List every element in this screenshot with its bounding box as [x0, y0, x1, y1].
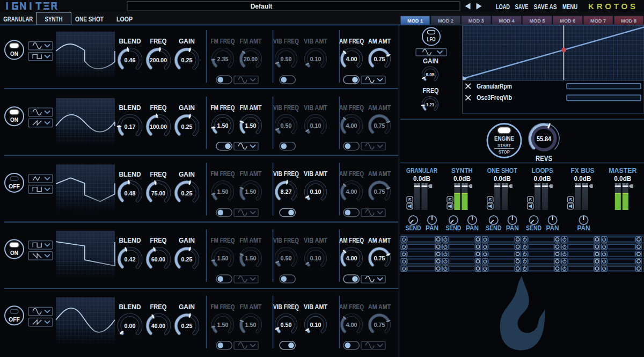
- svg-text:MOD 2: MOD 2: [438, 18, 453, 24]
- svg-text:1.50: 1.50: [245, 255, 257, 261]
- svg-text:KROTOS: KROTOS: [588, 2, 635, 11]
- svg-text:PAN: PAN: [546, 224, 559, 232]
- svg-text:AM FREQ: AM FREQ: [339, 303, 364, 311]
- svg-text:0.0dB: 0.0dB: [534, 175, 551, 183]
- svg-text:60.00: 60.00: [151, 256, 165, 263]
- svg-text:VIB FREQ: VIB FREQ: [273, 237, 299, 244]
- svg-text:Default: Default: [251, 3, 273, 10]
- svg-text:MOD 5: MOD 5: [529, 18, 545, 24]
- svg-text:0.42: 0.42: [125, 256, 136, 263]
- svg-text:0.10: 0.10: [310, 122, 321, 129]
- svg-text:FREQ: FREQ: [150, 37, 167, 45]
- svg-text:FM FREQ: FM FREQ: [211, 38, 235, 45]
- svg-text:PAN: PAN: [577, 224, 590, 232]
- svg-text:AM AMT: AM AMT: [368, 104, 391, 112]
- svg-text:OFF: OFF: [9, 183, 20, 190]
- svg-text:MOD 3: MOD 3: [469, 18, 484, 24]
- svg-text:4.00: 4.00: [346, 322, 357, 328]
- svg-text:FREQ: FREQ: [150, 303, 167, 311]
- svg-text:0.0dB: 0.0dB: [453, 175, 471, 183]
- svg-text:AM AMT: AM AMT: [368, 170, 391, 178]
- svg-text:FM AMT: FM AMT: [240, 303, 262, 311]
- svg-text:MOD 1: MOD 1: [407, 18, 423, 24]
- svg-text:1.50: 1.50: [245, 122, 257, 129]
- svg-text:VIB AMT: VIB AMT: [304, 170, 327, 178]
- svg-text:SYNTH: SYNTH: [451, 167, 473, 174]
- svg-text:0.17: 0.17: [125, 123, 136, 130]
- svg-text:0.10: 0.10: [310, 322, 321, 328]
- svg-text:AM FREQ: AM FREQ: [339, 38, 364, 45]
- svg-text:BLEND: BLEND: [119, 303, 141, 311]
- svg-text:GranularRpm: GranularRpm: [477, 83, 512, 90]
- svg-text:MOD 8: MOD 8: [621, 18, 636, 24]
- svg-text:FREQ: FREQ: [150, 170, 167, 178]
- svg-text:STOP: STOP: [499, 149, 510, 155]
- svg-text:VIB AMT: VIB AMT: [304, 303, 327, 311]
- svg-text:AM AMT: AM AMT: [368, 237, 391, 244]
- svg-text:S: S: [488, 196, 492, 202]
- svg-text:SEND: SEND: [486, 224, 501, 232]
- svg-text:GAIN: GAIN: [179, 37, 195, 45]
- svg-text:SEND: SEND: [445, 224, 461, 232]
- svg-text:FREQ: FREQ: [150, 104, 167, 112]
- svg-text:AM FREQ: AM FREQ: [339, 104, 364, 112]
- svg-text:BLEND: BLEND: [119, 37, 141, 45]
- svg-text:LOOP: LOOP: [116, 15, 133, 23]
- svg-text:0.25: 0.25: [181, 123, 193, 130]
- svg-text:ONE SHOT: ONE SHOT: [487, 167, 517, 174]
- svg-text:4.00: 4.00: [346, 122, 357, 129]
- svg-text:ONE SHOT: ONE SHOT: [75, 15, 104, 23]
- svg-text:AM FREQ: AM FREQ: [339, 170, 364, 178]
- svg-text:LOOPS: LOOPS: [532, 167, 553, 174]
- svg-text:1.50: 1.50: [217, 322, 229, 328]
- svg-text:40.00: 40.00: [151, 323, 165, 329]
- svg-text:GAIN: GAIN: [179, 104, 195, 112]
- svg-text:Osc3FreqVib: Osc3FreqVib: [477, 94, 512, 101]
- svg-text:1.50: 1.50: [217, 188, 229, 195]
- svg-text:1.50: 1.50: [217, 255, 229, 261]
- svg-text:ON: ON: [10, 50, 18, 57]
- svg-text:0.00: 0.00: [125, 323, 136, 329]
- svg-text:SEND: SEND: [526, 224, 541, 232]
- svg-text:FM FREQ: FM FREQ: [211, 237, 235, 244]
- svg-text:FM AMT: FM AMT: [240, 104, 262, 112]
- svg-text:AM FREQ: AM FREQ: [339, 237, 364, 244]
- svg-text:S: S: [569, 196, 572, 202]
- svg-text:MASTER: MASTER: [609, 167, 636, 174]
- svg-text:AM AMT: AM AMT: [368, 38, 391, 45]
- svg-text:4.00: 4.00: [346, 188, 357, 195]
- svg-text:OFF: OFF: [9, 316, 20, 323]
- svg-text:1.21: 1.21: [426, 102, 434, 107]
- svg-text:0.75: 0.75: [374, 56, 385, 62]
- svg-text:GAIN: GAIN: [423, 57, 438, 65]
- svg-text:SAVE AS: SAVE AS: [534, 3, 557, 11]
- svg-text:ENGINE: ENGINE: [494, 135, 514, 142]
- svg-text:FREQ: FREQ: [423, 87, 439, 94]
- svg-text:20.00: 20.00: [244, 56, 258, 62]
- svg-text:GAIN: GAIN: [179, 236, 195, 244]
- svg-text:0.25: 0.25: [181, 256, 193, 263]
- svg-text:GAIN: GAIN: [179, 170, 195, 178]
- svg-text:FX BUS: FX BUS: [571, 167, 595, 174]
- svg-text:FREQ: FREQ: [150, 236, 167, 244]
- svg-text:200.00: 200.00: [150, 57, 167, 63]
- svg-text:SYNTH: SYNTH: [45, 15, 63, 23]
- svg-text:VIB FREQ: VIB FREQ: [273, 170, 299, 178]
- svg-text:1.50: 1.50: [245, 188, 257, 195]
- svg-text:SEND: SEND: [406, 224, 421, 232]
- svg-text:S: S: [408, 196, 411, 202]
- svg-text:0.0dB: 0.0dB: [614, 175, 631, 183]
- svg-text:VIB AMT: VIB AMT: [304, 104, 327, 112]
- svg-text:0.0dB: 0.0dB: [494, 175, 511, 183]
- svg-text:FM FREQ: FM FREQ: [211, 170, 235, 178]
- svg-text:0.50: 0.50: [281, 255, 292, 261]
- svg-text:0.10: 0.10: [310, 56, 321, 62]
- svg-text:FM AMT: FM AMT: [240, 237, 262, 244]
- svg-text:LFO: LFO: [427, 37, 436, 42]
- svg-text:0.50: 0.50: [281, 122, 292, 129]
- svg-text:LOAD: LOAD: [496, 3, 510, 11]
- svg-text:0.10: 0.10: [310, 255, 321, 261]
- svg-text:MOD 4: MOD 4: [499, 18, 515, 24]
- svg-text:0.25: 0.25: [181, 323, 193, 329]
- svg-text:START: START: [497, 142, 511, 148]
